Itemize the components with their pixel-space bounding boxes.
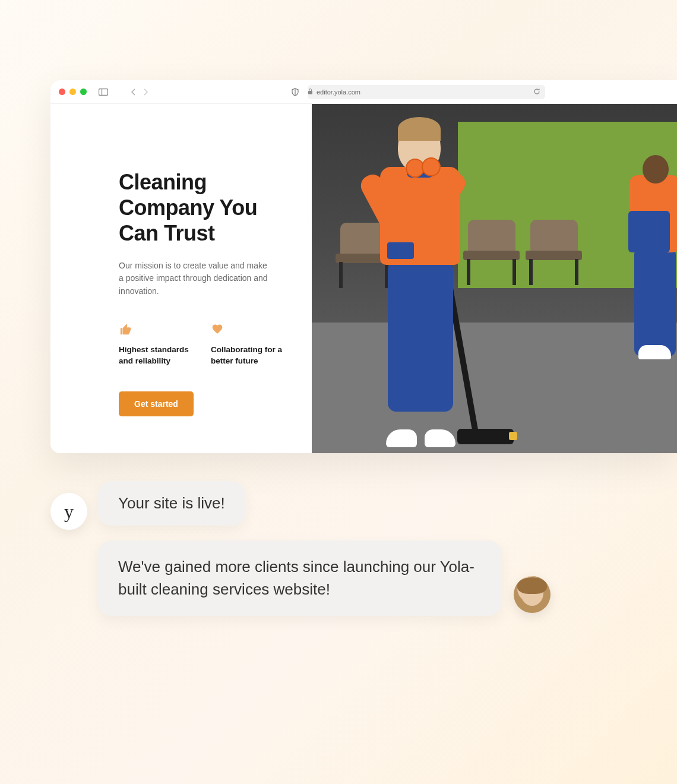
feature-row: Highest standards and reliability Collab… bbox=[119, 323, 288, 367]
feature-text: Highest standards and reliability bbox=[119, 344, 193, 367]
address-bar[interactable]: editor.yola.com bbox=[308, 85, 545, 99]
yola-avatar: y bbox=[50, 493, 87, 530]
back-button[interactable] bbox=[131, 88, 137, 96]
sidebar-toggle-icon[interactable] bbox=[99, 88, 108, 96]
chat-bubble-yola: Your site is live! bbox=[98, 481, 245, 526]
lock-icon bbox=[308, 88, 313, 96]
svg-rect-0 bbox=[99, 88, 108, 95]
svg-rect-2 bbox=[308, 91, 312, 94]
forward-button[interactable] bbox=[143, 88, 148, 96]
thumbs-up-icon bbox=[119, 323, 193, 336]
minimize-window-button[interactable] bbox=[69, 88, 76, 95]
hero-image bbox=[312, 104, 677, 453]
hero-left: Cleaning Company You Can Trust Our missi… bbox=[50, 104, 312, 453]
maximize-window-button[interactable] bbox=[80, 88, 87, 95]
feature-text: Collaborating for a better future bbox=[211, 344, 285, 367]
privacy-shield-icon[interactable] bbox=[291, 88, 299, 96]
hero-title: Cleaning Company You Can Trust bbox=[119, 169, 288, 246]
heart-icon bbox=[211, 323, 285, 336]
feature-item: Highest standards and reliability bbox=[119, 323, 193, 367]
feature-item: Collaborating for a better future bbox=[211, 323, 285, 367]
url-text: editor.yola.com bbox=[317, 88, 360, 96]
browser-toolbar: editor.yola.com bbox=[50, 80, 677, 104]
get-started-button[interactable]: Get started bbox=[119, 391, 194, 416]
website-content: Cleaning Company You Can Trust Our missi… bbox=[50, 104, 677, 453]
browser-window: editor.yola.com Cleaning Company You Can… bbox=[50, 80, 677, 453]
hero-description: Our mission is to create value and make … bbox=[119, 260, 273, 298]
reload-button[interactable] bbox=[533, 88, 540, 96]
nav-arrows bbox=[131, 88, 148, 96]
chat-bubble-user: We've gained more clients since launchin… bbox=[98, 540, 502, 616]
close-window-button[interactable] bbox=[59, 88, 65, 95]
user-avatar bbox=[514, 576, 551, 613]
window-controls bbox=[59, 88, 87, 95]
